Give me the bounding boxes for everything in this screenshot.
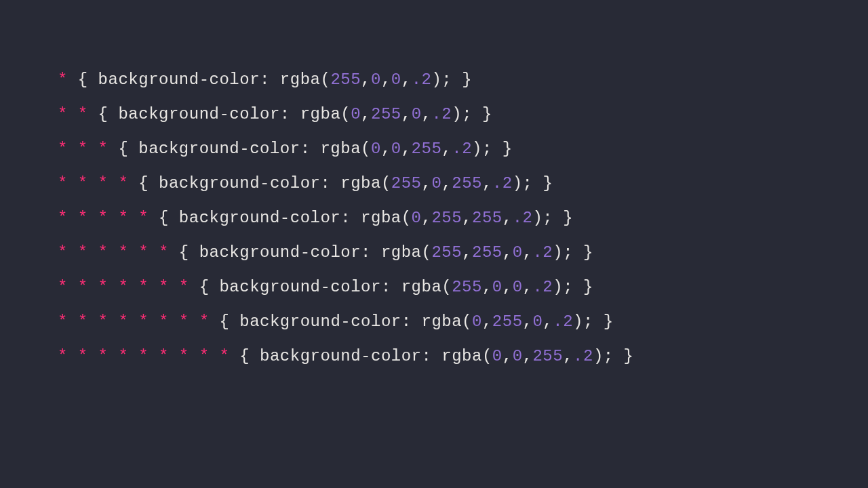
code-token-default: , (462, 209, 472, 227)
code-token-default: , (441, 174, 452, 192)
code-token-number: 0 (513, 278, 523, 296)
code-token-default: , (401, 140, 412, 158)
code-token-default: ); } (553, 278, 593, 296)
code-token-number: .2 (513, 209, 533, 227)
code-token-number: 255 (452, 174, 482, 192)
code-snippet: * { background-color: rgba(255,0,0,.2); … (58, 68, 810, 369)
code-line: * * { background-color: rgba(0,255,0,.2)… (58, 102, 810, 127)
code-token-default: ); } (452, 105, 492, 123)
code-token-selector: * * * * * (58, 209, 149, 227)
code-token-number: 0 (371, 70, 381, 89)
code-token-number: .2 (553, 312, 573, 331)
code-token-number: 255 (532, 347, 563, 365)
code-token-default: , (523, 312, 533, 331)
code-token-default: , (523, 278, 533, 296)
code-token-number: 255 (412, 140, 442, 158)
code-token-default: { background-color: rgba( (128, 174, 391, 192)
code-token-default: , (563, 347, 573, 365)
code-token-selector: * * * * * * * * * (58, 347, 229, 365)
code-token-number: 0 (391, 70, 401, 89)
code-token-default: { background-color: rgba( (229, 347, 492, 365)
code-token-default: { background-color: rgba( (210, 312, 472, 331)
code-token-default: ); } (431, 70, 472, 89)
code-token-selector: * * * * (58, 174, 128, 192)
code-token-default: , (361, 70, 371, 89)
code-token-number: .2 (452, 140, 472, 158)
code-token-number: 255 (431, 209, 462, 227)
code-line: * { background-color: rgba(255,0,0,.2); … (58, 68, 810, 92)
code-token-number: 0 (472, 312, 482, 331)
code-token-default: { background-color: rgba( (88, 105, 351, 123)
code-token-selector: * * * * * * * * (58, 312, 210, 331)
code-token-number: 255 (472, 243, 502, 262)
code-token-number: .2 (532, 278, 553, 296)
code-token-default: , (482, 312, 492, 331)
code-token-default: , (502, 243, 513, 262)
code-token-number: .2 (431, 105, 452, 123)
code-token-default: , (482, 174, 492, 192)
code-token-default: , (422, 105, 432, 123)
code-token-default: ); } (553, 243, 593, 262)
code-line: * * * * { background-color: rgba(255,0,2… (58, 171, 810, 196)
code-token-default: , (502, 347, 513, 365)
code-token-default: , (422, 174, 432, 192)
code-token-default: , (502, 209, 513, 227)
code-token-number: .2 (573, 347, 593, 365)
code-token-default: , (422, 209, 432, 227)
code-token-default: , (381, 70, 391, 89)
code-token-default: ); } (573, 312, 614, 331)
code-token-number: 255 (492, 312, 523, 331)
code-token-default: ); } (593, 347, 634, 365)
code-token-number: 255 (452, 278, 482, 296)
code-token-selector: * (58, 70, 68, 89)
code-token-number: 0 (391, 140, 401, 158)
code-token-number: 255 (431, 243, 462, 262)
code-token-default: , (523, 243, 533, 262)
code-token-number: 0 (412, 209, 422, 227)
code-token-number: 0 (371, 140, 381, 158)
code-token-number: 255 (391, 174, 422, 192)
code-token-default: { background-color: rgba( (169, 243, 431, 262)
code-token-default: { background-color: rgba( (108, 140, 371, 158)
code-token-default: { background-color: rgba( (189, 278, 452, 296)
code-token-default: , (542, 312, 553, 331)
code-token-default: , (381, 140, 391, 158)
code-token-selector: * * (58, 105, 88, 123)
code-token-default: { background-color: rgba( (68, 70, 330, 89)
code-line: * * * * * * * * * { background-color: rg… (58, 344, 810, 369)
code-token-number: 255 (472, 209, 502, 227)
code-token-number: .2 (492, 174, 513, 192)
code-token-number: 0 (513, 243, 523, 262)
code-token-selector: * * * * * * (58, 243, 169, 262)
code-line: * * * * * * * * { background-color: rgba… (58, 310, 810, 334)
code-token-number: 0 (492, 347, 502, 365)
code-token-default: , (441, 140, 452, 158)
code-token-number: .2 (412, 70, 432, 89)
code-line: * * * * * * * { background-color: rgba(2… (58, 275, 810, 300)
code-token-default: , (482, 278, 492, 296)
code-token-number: 0 (513, 347, 523, 365)
code-token-number: 255 (371, 105, 401, 123)
code-token-number: 255 (330, 70, 361, 89)
code-token-default: , (401, 70, 412, 89)
code-token-default: , (523, 347, 533, 365)
code-token-number: .2 (532, 243, 553, 262)
code-token-default: , (462, 243, 472, 262)
code-line: * * * * * { background-color: rgba(0,255… (58, 206, 810, 230)
code-token-number: 0 (431, 174, 441, 192)
code-token-number: 0 (532, 312, 542, 331)
code-token-default: , (502, 278, 513, 296)
code-token-number: 0 (412, 105, 422, 123)
code-token-number: 0 (492, 278, 502, 296)
code-token-default: { background-color: rgba( (149, 209, 411, 227)
code-line: * * * { background-color: rgba(0,0,255,.… (58, 137, 810, 161)
code-token-selector: * * * (58, 140, 108, 158)
code-token-default: ); } (472, 140, 513, 158)
code-token-number: 0 (351, 105, 361, 123)
code-token-default: , (361, 105, 371, 123)
code-token-default: ); } (532, 209, 573, 227)
code-token-default: , (401, 105, 412, 123)
code-token-default: ); } (513, 174, 553, 192)
code-line: * * * * * * { background-color: rgba(255… (58, 241, 810, 265)
code-token-selector: * * * * * * * (58, 278, 189, 296)
